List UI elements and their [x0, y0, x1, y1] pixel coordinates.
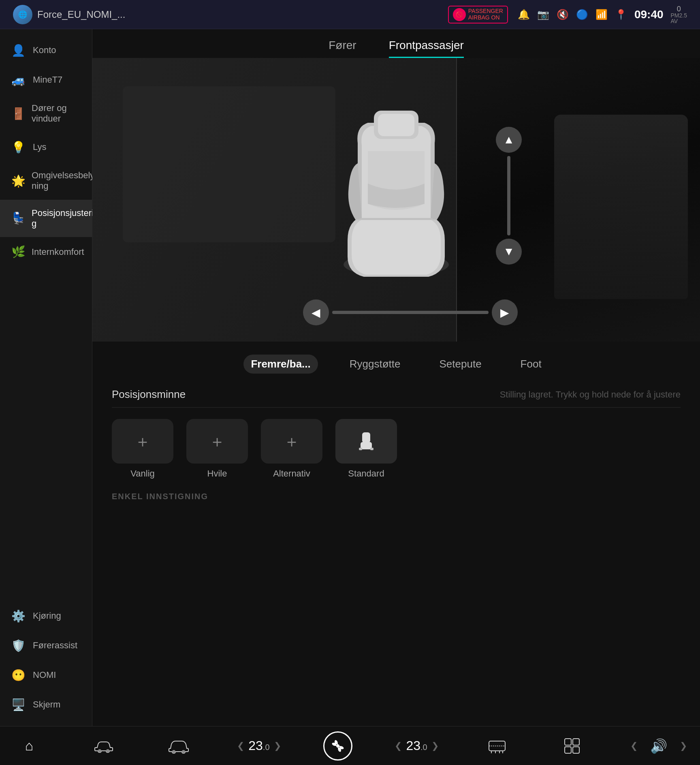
temp-left-decrease[interactable]: ❮ — [237, 741, 244, 751]
location-icon[interactable]: 📍 — [615, 9, 627, 20]
horizontal-track — [332, 311, 489, 314]
memory-header: Posisjonsminne Stilling lagret. Trykk og… — [112, 382, 681, 408]
volume-button[interactable]: 🔊 — [642, 730, 675, 762]
main-layout: 👤 Konto 🚙 MineT7 🚪 Dører og vinduer 💡 Ly… — [0, 29, 700, 726]
sidebar-item-konto[interactable]: 👤 Konto — [0, 36, 92, 65]
defrost-icon — [487, 738, 507, 754]
sidebar-label-kjoring: Kjøring — [33, 611, 61, 621]
nomi-icon: 😶 — [11, 669, 26, 682]
memory-label-alternativ: Alternativ — [273, 468, 310, 479]
memory-btn-vanlig[interactable]: ＋ — [112, 419, 173, 464]
svg-rect-5 — [359, 448, 362, 450]
sidebar-label-nomi: NOMI — [33, 670, 56, 680]
memory-hint: Stilling lagret. Trykk og hold nede for … — [500, 389, 681, 400]
temp-right-increase[interactable]: ❯ — [431, 741, 439, 751]
fan-icon — [331, 739, 345, 753]
tab-frontpassasjer[interactable]: Frontpassasjer — [389, 39, 464, 58]
memory-btn-wrap-alternativ: ＋ Alternativ — [261, 419, 322, 479]
svg-rect-2 — [378, 114, 414, 136]
wifi-icon[interactable]: 📶 — [595, 9, 608, 20]
memory-title: Posisjonsminne — [112, 388, 186, 401]
vertical-controls: ▲ ▼ — [496, 127, 522, 265]
sidebar-item-posisjon[interactable]: 💺 Posisjonsjustering — [0, 200, 92, 237]
fan-button[interactable] — [323, 731, 352, 761]
memory-btn-standard[interactable] — [335, 419, 397, 464]
ctrl-tab-setepute[interactable]: Setepute — [432, 355, 489, 374]
topbar-time: 09:40 — [634, 8, 664, 21]
seat-tabs: Fører Frontpassasjer — [92, 29, 700, 58]
memory-btn-hvile[interactable]: ＋ — [186, 419, 248, 464]
volume-control: ❮ 🔊 ❯ — [630, 730, 687, 762]
temp-right-decrease[interactable]: ❮ — [395, 741, 402, 751]
sidebar-item-dorer[interactable]: 🚪 Dører og vinduer — [0, 95, 92, 132]
sidebar-item-intern[interactable]: 🌿 Internkomfort — [0, 237, 92, 267]
memory-btn-wrap-hvile: ＋ Hvile — [186, 419, 248, 479]
grid-icon — [563, 737, 581, 755]
car2-button[interactable] — [162, 730, 195, 762]
ctrl-tab-ryggstotte[interactable]: Ryggstøtte — [342, 355, 408, 374]
memory-buttons: ＋ Vanlig ＋ Hvile ＋ Alternativ — [112, 419, 681, 492]
defrost-button[interactable] — [481, 730, 513, 762]
volume-decrease[interactable]: ❮ — [630, 741, 638, 751]
volume-increase[interactable]: ❯ — [680, 741, 687, 751]
sidebar-item-omgivelse[interactable]: 🌟 Omgivelsesbelysning — [0, 162, 92, 200]
arrow-right-button[interactable]: ▶ — [492, 299, 518, 325]
topbar-icons: 🔔 📷 🔇 🔵 📶 📍 09:40 0 PM2.5AV — [518, 5, 687, 24]
ctrl-tab-fremre[interactable]: Fremre/ba... — [243, 355, 318, 374]
arrow-down-button[interactable]: ▼ — [496, 239, 522, 265]
arrow-up-button[interactable]: ▲ — [496, 127, 522, 153]
minet7-icon: 🚙 — [11, 73, 26, 87]
svg-rect-21 — [573, 747, 579, 753]
seat-icon-standard — [355, 430, 378, 453]
svg-point-10 — [182, 750, 185, 753]
sidebar-item-kjoring[interactable]: ⚙️ Kjøring — [0, 601, 92, 631]
omgivelse-icon: 🌟 — [11, 174, 24, 188]
mute-icon[interactable]: 🔇 — [557, 9, 569, 20]
topbar-center: 🚫 PASSENGER AIRBAG ON — [448, 6, 508, 24]
add-icon-alternativ: ＋ — [284, 430, 300, 453]
tab-forer[interactable]: Fører — [329, 39, 356, 58]
sidebar-item-minet7[interactable]: 🚙 MineT7 — [0, 65, 92, 95]
sidebar-label-lys: Lys — [33, 142, 46, 152]
home-button[interactable]: ⌂ — [13, 730, 45, 762]
svg-point-9 — [172, 750, 175, 753]
memory-btn-alternativ[interactable]: ＋ — [261, 419, 322, 464]
entry-section: ENKEL INNSTIGNING — [92, 492, 700, 501]
temp-left: ❮ 23.0 ❯ — [237, 738, 281, 753]
content: Fører Frontpassasjer 🪑 Executive baksete… — [92, 29, 700, 726]
sidebar-item-lys[interactable]: 💡 Lys — [0, 132, 92, 162]
logo-circle: 🌐 — [13, 5, 32, 24]
sidebar-label-konto: Konto — [33, 45, 56, 56]
dorer-icon: 🚪 — [11, 107, 24, 120]
airbag-badge: 🚫 PASSENGER AIRBAG ON — [448, 6, 508, 24]
horizontal-controls: ◀ ▶ — [303, 299, 518, 325]
skjerm-icon: 🖥️ — [11, 698, 26, 712]
grid-button[interactable] — [556, 730, 588, 762]
posisjon-icon: 💺 — [11, 212, 24, 225]
bell-icon[interactable]: 🔔 — [518, 9, 530, 20]
sidebar-item-forerassist[interactable]: 🛡️ Førerassist — [0, 631, 92, 660]
memory-btn-wrap-vanlig: ＋ Vanlig — [112, 419, 173, 479]
svg-point-11 — [336, 744, 339, 748]
car-button[interactable] — [88, 730, 120, 762]
kjoring-icon: ⚙️ — [11, 609, 26, 623]
camera-icon[interactable]: 📷 — [537, 9, 549, 20]
topbar-logo: 🌐 Force_EU_NOMI_... — [13, 5, 125, 24]
sidebar-label-skjerm: Skjerm — [33, 699, 60, 710]
sidebar-label-dorer: Dører og vinduer — [32, 103, 81, 124]
memory-label-vanlig: Vanlig — [130, 468, 155, 479]
topbar-pm: 0 PM2.5AV — [671, 5, 687, 24]
memory-btn-wrap-standard: Standard — [335, 419, 397, 479]
ctrl-tab-foot[interactable]: Foot — [513, 355, 549, 374]
sidebar-item-nomi[interactable]: 😶 NOMI — [0, 660, 92, 690]
sidebar-label-intern: Internkomfort — [32, 247, 84, 257]
seat-illustration: ▲ ▼ ◀ ▶ — [315, 103, 477, 297]
add-icon-vanlig: ＋ — [134, 430, 151, 453]
bluetooth-icon[interactable]: 🔵 — [576, 9, 588, 20]
forerassist-icon: 🛡️ — [11, 639, 26, 652]
temp-left-value: 23.0 — [248, 738, 269, 753]
sidebar-item-skjerm[interactable]: 🖥️ Skjerm — [0, 690, 92, 720]
temp-right-value: 23.0 — [406, 738, 427, 753]
temp-left-increase[interactable]: ❯ — [274, 741, 281, 751]
arrow-left-button[interactable]: ◀ — [303, 299, 329, 325]
